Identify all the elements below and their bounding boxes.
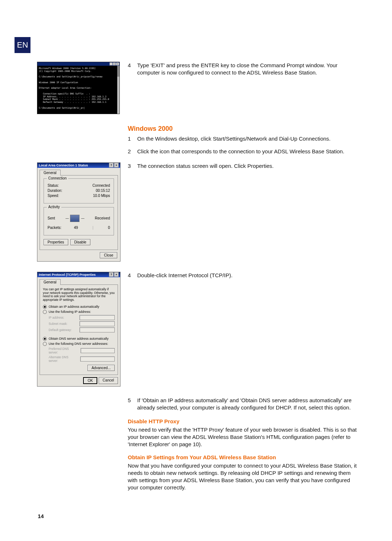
radio-obtain-dns[interactable]: Obtain DNS server address automatically [43, 337, 115, 341]
radio-use-ip[interactable]: Use the following IP address: [43, 310, 115, 314]
input-subnet-mask [79, 321, 115, 326]
ok-button[interactable]: OK [83, 377, 97, 384]
monitors-icon [70, 215, 79, 222]
step-text: Double-click Internet Protocol (TCP/IP). [137, 272, 233, 279]
close-icon[interactable]: × [114, 163, 119, 167]
step-number: 3 [128, 162, 134, 170]
step-number: 4 [128, 62, 134, 77]
close-icon: × [116, 62, 119, 65]
value-duration: 00:15:12 [96, 189, 110, 193]
tab-general[interactable]: General [40, 170, 61, 175]
disable-button[interactable]: Disable [70, 239, 90, 245]
step-number: 4 [128, 272, 134, 279]
section-heading-windows2000: Windows 2000 [128, 124, 360, 133]
tab-general[interactable]: General [40, 279, 61, 285]
input-default-gateway [79, 327, 115, 332]
step-number: 2 [128, 148, 134, 155]
label-preferred-dns: Preferred DNS server: [49, 347, 78, 354]
properties-button[interactable]: Properties [44, 239, 68, 245]
close-icon[interactable]: × [114, 272, 119, 277]
input-alternate-dns [80, 356, 115, 362]
step-text: On the Windows desktop, click Start/Sett… [137, 135, 331, 142]
value-status: Connected [93, 183, 110, 187]
step-number: 1 [128, 135, 134, 142]
label-sent: Sent [48, 216, 55, 220]
radio-obtain-ip[interactable]: Obtain an IP address automatically [43, 305, 115, 309]
dialog-title: Local Area Connection 1 Status [39, 163, 88, 167]
input-preferred-dns [81, 348, 115, 353]
radio-use-dns[interactable]: Use the following DNS server addresses: [43, 342, 115, 346]
tcpip-properties-dialog: Internet Protocol (TCP/IP) Properties ? … [37, 272, 121, 387]
label-subnet-mask: Subnet mask: [49, 322, 68, 326]
step-number: 5 [128, 397, 134, 412]
group-activity: Activity [47, 205, 61, 209]
value-packets-received: 0 [108, 226, 110, 230]
subheading-disable-proxy: Disable HTTP Proxy [128, 418, 360, 425]
close-button[interactable]: Close [100, 252, 117, 258]
dialog-title: Internet Protocol (TCP/IP) Properties [39, 273, 96, 276]
dialog-note: You can get IP settings assigned automat… [43, 288, 115, 302]
paragraph-disable-proxy: You need to verify that the 'HTTP Proxy'… [128, 426, 360, 448]
input-ip-address [79, 315, 115, 320]
help-icon[interactable]: ? [109, 272, 114, 277]
label-alternate-dns: Alternate DNS server: [49, 355, 78, 363]
step-text: If 'Obtain an IP address automatically' … [137, 397, 360, 412]
paragraph-obtain-ip: Now that you have configured your comput… [128, 462, 360, 492]
label-duration: Duration: [48, 189, 62, 193]
subheading-obtain-ip: Obtain IP Settings from Your ADSL Wirele… [128, 454, 360, 461]
value-packets-sent: 49 [74, 226, 78, 230]
scrollbar-thumb [117, 66, 119, 77]
label-received: Received [95, 216, 110, 220]
command-prompt-text: Microsoft Windows 2000 [Version 5.00.219… [37, 66, 119, 110]
step-text: The connection status screen will open. … [137, 162, 274, 170]
maximize-icon: □ [113, 62, 116, 65]
step-text: Type 'EXIT' and press the ENTER key to c… [137, 62, 360, 77]
minimize-icon: _ [110, 62, 113, 65]
label-packets: Packets: [48, 226, 61, 230]
connection-status-dialog: Local Area Connection 1 Status ? × Gener… [37, 162, 121, 262]
label-status: Status: [48, 183, 59, 187]
cancel-button[interactable]: Cancel [99, 377, 118, 384]
language-badge: EN [15, 37, 30, 53]
value-speed: 10.0 Mbps [93, 194, 110, 198]
label-ip-address: IP address: [49, 316, 64, 319]
step-text: Click the icon that corresponds to the c… [137, 148, 344, 155]
advanced-button[interactable]: Advanced... [87, 365, 115, 371]
group-connection: Connection [47, 176, 68, 180]
command-prompt-figure: _ □ × Microsoft Windows 2000 [Version 5.… [37, 62, 120, 114]
label-speed: Speed: [48, 194, 59, 198]
help-icon[interactable]: ? [109, 163, 114, 167]
page-number: 14 [38, 513, 44, 519]
label-default-gateway: Default gateway: [49, 328, 72, 332]
